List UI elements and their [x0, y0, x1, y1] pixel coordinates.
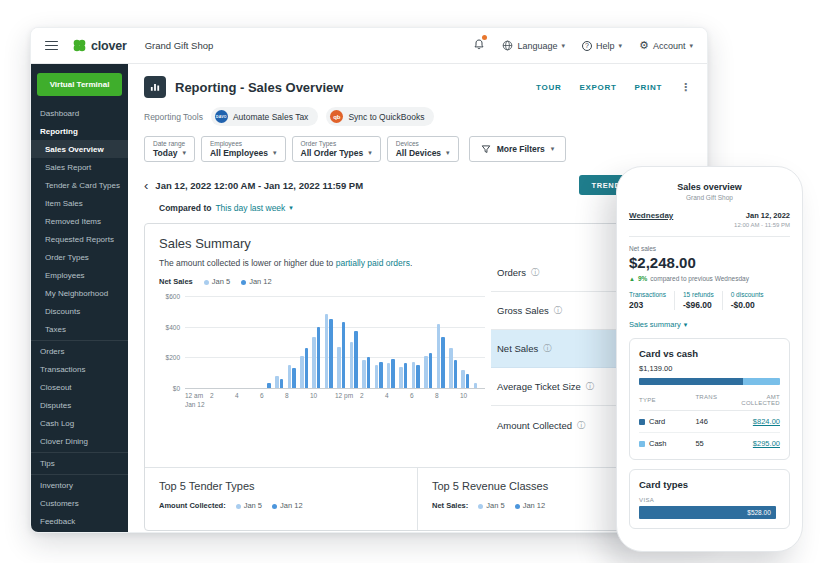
trans-cell: 146: [695, 417, 726, 426]
sidebar-item-sales-overview[interactable]: Sales Overview: [31, 140, 128, 158]
date-range-filter[interactable]: Date range Today ▾: [144, 136, 195, 162]
notifications-button[interactable]: [473, 37, 485, 55]
sidebar-item-reporting[interactable]: Reporting: [31, 122, 128, 140]
phone-date-row: Wednesday Jan 12, 2022 12:00 AM - 11:59 …: [629, 211, 790, 228]
sidebar-item-inventory[interactable]: Inventory: [31, 474, 128, 494]
discounts-link[interactable]: 0 discounts: [731, 291, 764, 298]
sidebar-item-transactions[interactable]: Transactions: [31, 360, 128, 378]
language-menu[interactable]: Language ▾: [502, 40, 565, 51]
virtual-terminal-button[interactable]: Virtual Terminal: [37, 73, 122, 96]
legend-jan5: Jan 5: [204, 277, 230, 286]
sidebar-item-dashboard[interactable]: Dashboard: [31, 104, 128, 122]
previous-period-button[interactable]: ‹: [144, 179, 148, 192]
phone-day-link[interactable]: Wednesday: [629, 211, 673, 220]
info-icon[interactable]: ⓘ: [577, 420, 585, 431]
sidebar-item-tips[interactable]: Tips: [31, 452, 128, 472]
compared-to-link[interactable]: This day last week: [215, 203, 285, 213]
sidebar-item-disputes[interactable]: Disputes: [31, 396, 128, 414]
tour-button[interactable]: TOUR: [536, 83, 561, 92]
legend-jan5: Jan 5: [478, 501, 504, 510]
davo-icon: DAVO: [215, 110, 228, 123]
screenshot-stage: clover Grand Gift Shop: [0, 0, 830, 563]
top5-tender-types-section: Top 5 Tender Types Amount Collected: Jan…: [145, 468, 418, 530]
chevron-down-icon: ▾: [689, 42, 693, 50]
card-amount-link[interactable]: $824.00: [753, 417, 780, 426]
chevron-down-icon: ▾: [289, 204, 293, 212]
phone-sales-summary-link[interactable]: Sales summary ▾: [629, 320, 790, 329]
filter-value: All Employees: [210, 148, 268, 158]
sidebar: Virtual Terminal Dashboard Reporting Sal…: [31, 64, 128, 532]
devices-filter[interactable]: Devices All Devices ▾: [387, 136, 459, 162]
net-sales-label: Net Sales:: [432, 501, 468, 510]
tender-types-legend: Amount Collected: Jan 5 Jan 12: [159, 501, 403, 510]
sidebar-item-item-sales[interactable]: Item Sales: [31, 194, 128, 212]
automate-sales-tax-chip[interactable]: DAVO Automate Sales Tax: [211, 107, 318, 126]
sidebar-item-rewards[interactable]: Rewards: [31, 530, 128, 533]
card-types-card: Card types VISA $528.00: [629, 469, 790, 529]
sidebar-item-order-types[interactable]: Order Types: [31, 248, 128, 266]
sidebar-item-tender-card-types[interactable]: Tender & Card Types: [31, 176, 128, 194]
visa-label: VISA: [639, 497, 780, 503]
jan5-dot-icon: [236, 504, 241, 509]
sidebar-item-removed-items[interactable]: Removed Items: [31, 212, 128, 230]
info-icon[interactable]: ⓘ: [586, 381, 594, 392]
sidebar-item-orders[interactable]: Orders: [31, 340, 128, 360]
refunds-value: -$96.00: [683, 300, 714, 310]
filter-value: Today: [153, 148, 177, 158]
sidebar-item-feedback[interactable]: Feedback: [31, 512, 128, 530]
funnel-icon: [481, 144, 491, 154]
partially-paid-orders-link[interactable]: partially paid orders: [336, 258, 410, 268]
sync-quickbooks-label: Sync to QuickBooks: [348, 112, 424, 122]
compared-row: Compared to This day last week ▾: [144, 203, 691, 213]
globe-icon: [502, 40, 513, 51]
phone-date-block: Jan 12, 2022 12:00 AM - 11:59 PM: [734, 211, 790, 228]
info-icon[interactable]: ⓘ: [531, 267, 539, 278]
info-icon[interactable]: ⓘ: [543, 343, 551, 354]
help-menu[interactable]: ? Help ▾: [582, 41, 622, 51]
sidebar-item-customers[interactable]: Customers: [31, 494, 128, 512]
col-amt-header: AMT COLLECTED: [726, 394, 780, 406]
page-title: Reporting - Sales Overview: [175, 80, 343, 95]
sidebar-item-my-neighborhood[interactable]: My Neighborhood: [31, 284, 128, 302]
hamburger-menu-icon[interactable]: [45, 41, 58, 51]
jan5-dot-icon: [204, 280, 209, 285]
reporting-tools-row: Reporting Tools DAVO Automate Sales Tax …: [144, 107, 691, 126]
sidebar-item-closeout[interactable]: Closeout: [31, 378, 128, 396]
sidebar-item-discounts[interactable]: Discounts: [31, 302, 128, 320]
sidebar-item-cash-log[interactable]: Cash Log: [31, 414, 128, 432]
metric-label: Amount Collected: [497, 420, 572, 431]
jan12-dot-icon: [515, 504, 520, 509]
reporting-app-icon: [144, 76, 166, 98]
print-button[interactable]: PRINT: [635, 83, 663, 92]
type-cell: Cash: [639, 439, 695, 448]
employees-filter[interactable]: Employees All Employees ▾: [201, 136, 286, 162]
sidebar-item-requested-reports[interactable]: Requested Reports: [31, 230, 128, 248]
info-icon[interactable]: ⓘ: [554, 305, 562, 316]
sidebar-item-taxes[interactable]: Taxes: [31, 320, 128, 338]
sync-quickbooks-chip[interactable]: qb Sync to QuickBooks: [326, 107, 434, 126]
bottom-sections: Top 5 Tender Types Amount Collected: Jan…: [145, 467, 690, 530]
sidebar-item-sales-report[interactable]: Sales Report: [31, 158, 128, 176]
refunds-link[interactable]: 15 refunds: [683, 291, 714, 298]
sales-chart: $600$400$200$0 12 amJan 1224681012 pm246…: [159, 292, 491, 418]
merchant-name: Grand Gift Shop: [145, 40, 214, 51]
more-filters-button[interactable]: More Filters ▾: [469, 136, 567, 162]
account-menu[interactable]: ⚙ Account ▾: [639, 40, 693, 51]
sidebar-item-employees[interactable]: Employees: [31, 266, 128, 284]
filters-row: Date range Today ▾ Employees All Employe…: [144, 136, 691, 162]
export-button[interactable]: EXPORT: [579, 83, 616, 92]
amount-cell: $295.00: [726, 439, 780, 448]
order-types-filter[interactable]: Order Types All Order Types ▾: [292, 136, 381, 162]
delta-up-icon: ▲: [629, 276, 635, 282]
cash-amount-link[interactable]: $295.00: [753, 439, 780, 448]
sales-summary-link-label: Sales summary: [629, 320, 681, 329]
stat-refunds: 15 refunds -$96.00: [674, 291, 722, 310]
kebab-menu-icon[interactable]: ⋮: [680, 81, 691, 94]
transactions-link[interactable]: Transactions: [629, 291, 666, 298]
card-vs-cash-title: Card vs cash: [639, 348, 780, 359]
filter-value: All Order Types: [301, 148, 364, 158]
sidebar-item-clover-dining[interactable]: Clover Dining: [31, 432, 128, 450]
phone-net-sales-value: $2,248.00: [629, 254, 790, 271]
card-vs-cash-card: Card vs cash $1,139.00 TYPE TRANS AMT CO…: [629, 338, 790, 460]
card-vs-cash-bar: [639, 378, 780, 385]
